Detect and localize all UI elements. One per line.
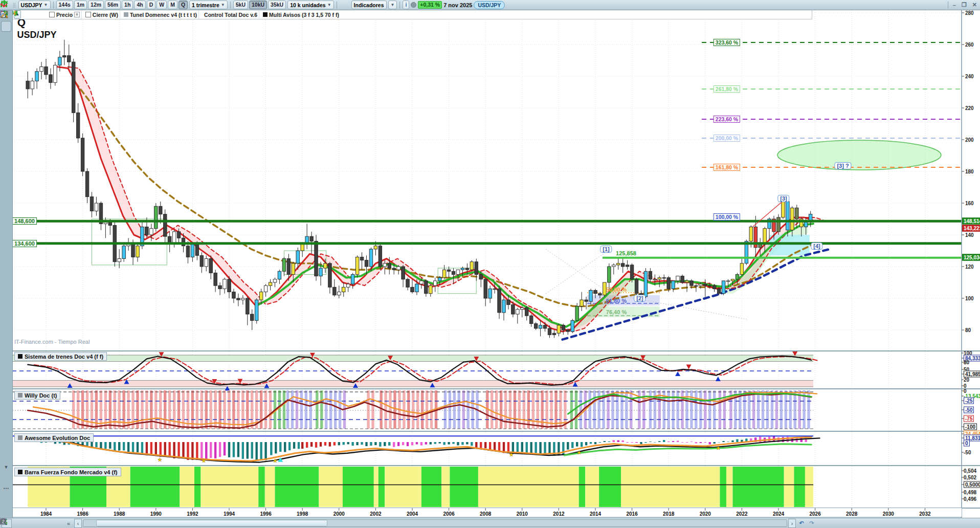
share-icon[interactable] [13, 519, 22, 527]
ellipse-darkgreen-tool[interactable] [1, 225, 11, 236]
tf-W[interactable]: W [157, 1, 167, 9]
legend-precio[interactable]: Precio≡ [48, 11, 82, 19]
tf-1m[interactable]: 1m [74, 1, 87, 9]
export-icon[interactable] [54, 519, 63, 527]
numbers-tool[interactable]: 2 5+4 [1, 386, 11, 397]
indicators-caret-button[interactable]: ▼ [388, 1, 397, 9]
tf-Q[interactable]: Q [179, 1, 188, 9]
columns-icon[interactable] [858, 519, 867, 527]
scrollbar-thumb[interactable] [96, 520, 327, 526]
svg-text:★: ★ [716, 445, 721, 451]
sync-icon[interactable] [935, 0, 945, 10]
fibonacci-levels-tool[interactable]: F [1, 85, 11, 96]
zoom-tool[interactable] [1, 32, 11, 42]
check-icon[interactable] [1, 408, 11, 419]
table-icon[interactable] [43, 519, 53, 527]
svg-text:★: ★ [273, 458, 278, 464]
legend-multi[interactable]: Multi Avisos (3 f 3 1,5 70 f f) [261, 11, 341, 19]
hline-brightgreen-tool[interactable] [1, 300, 11, 311]
zoom-out-icon[interactable] [838, 519, 847, 527]
hline-blue-thick-tool[interactable] [1, 343, 11, 354]
info-button[interactable]: i [403, 1, 409, 9]
tf-D[interactable]: D [147, 1, 156, 9]
vline-tool[interactable] [1, 354, 11, 365]
cross-icon[interactable] [1, 429, 11, 440]
undo-icon[interactable]: ↶ [797, 519, 806, 527]
zoom-box-tool[interactable] [1, 42, 11, 53]
hline-red-tool[interactable] [1, 171, 11, 182]
warning-icon[interactable]: ! [1, 440, 11, 451]
unit-35kU[interactable]: 35kU [268, 1, 286, 9]
channel-tool[interactable] [1, 193, 11, 204]
tf-12m[interactable]: 12m [88, 1, 104, 9]
circle-plus-tool[interactable] [1, 376, 11, 386]
ellipse-red-tool[interactable] [1, 204, 11, 214]
symbol-dropdown[interactable]: USDJPY▼ [18, 1, 51, 9]
ab-tool[interactable]: a+bc+ [1, 397, 11, 408]
hline-black-tool[interactable] [1, 279, 11, 290]
up-arrow-icon[interactable] [35, 9, 46, 20]
redo-icon[interactable]: ↷ [807, 519, 816, 527]
chart-scrollbar[interactable] [83, 519, 787, 527]
chart-canvas[interactable]: ★★★★★★ [0, 0, 980, 528]
list-icon[interactable]: ≡ [74, 12, 80, 17]
segment-tool[interactable] [1, 150, 11, 161]
arrow-up-icon[interactable] [1, 451, 11, 461]
tf-M[interactable]: M [168, 1, 177, 9]
hline-red2-tool[interactable] [1, 322, 11, 333]
rectangle-red-tool[interactable] [1, 107, 11, 118]
cierre-checkbox[interactable] [85, 12, 91, 17]
document-icon[interactable] [33, 519, 42, 527]
tf-1h[interactable]: 1h [122, 1, 133, 9]
chart-settings-icon[interactable] [817, 519, 827, 527]
close-button[interactable]: ✕ [970, 2, 979, 8]
indicators-dropdown[interactable]: Indicadores [351, 1, 387, 9]
collapse-left-icon[interactable]: « [64, 519, 73, 527]
tf-56m[interactable]: 56m [105, 1, 121, 9]
hline-green-tool[interactable] [1, 161, 11, 171]
legend-tunel[interactable]: Tunel Domenec v4 (t t t t t) [122, 11, 199, 19]
ellipse-brown-tool[interactable] [1, 214, 11, 225]
stamp-doc-icon[interactable]: 1 [1, 472, 11, 483]
ellipse-green-tool[interactable] [1, 236, 11, 247]
hline-lightblue-tool[interactable] [1, 333, 11, 343]
fibonacci-tool[interactable]: F [1, 75, 11, 85]
legend-cierre[interactable]: Cierre (W) [84, 11, 120, 19]
text-tool[interactable]: T [1, 128, 11, 139]
line-red-tool[interactable] [1, 268, 11, 279]
period-dropdown[interactable]: 1 trimestre▼ [189, 1, 228, 9]
precio-checkbox[interactable] [49, 12, 55, 17]
scroll-left-button[interactable]: ‹ [74, 519, 82, 528]
hline-pink-tool[interactable] [1, 290, 11, 300]
unit-10kU[interactable]: 10kU [249, 1, 267, 9]
draw-icon[interactable] [1, 494, 11, 504]
pointer-tool[interactable] [1, 21, 11, 32]
rectangle-blue-tool[interactable] [1, 96, 11, 107]
units-dropdown[interactable]: 10 k unidades▼ [287, 1, 333, 9]
legend-control[interactable]: Control Total Doc v.6 [201, 11, 259, 19]
alarm-pointer-tool[interactable] [1, 53, 11, 64]
down-arrow-icon[interactable] [23, 9, 33, 20]
angle-tool[interactable]: º [1, 365, 11, 376]
unit-5kU[interactable]: 5kU [233, 1, 248, 9]
tf-144s[interactable]: 144s [56, 1, 73, 9]
zoom-fit-icon[interactable] [828, 519, 837, 527]
note-tool[interactable]: T [1, 139, 11, 150]
zoom-in-icon[interactable] [848, 519, 857, 527]
drag-grip-icon[interactable]: ⣿ [13, 3, 17, 8]
minimize-button[interactable]: – [951, 2, 958, 8]
more-dots-icon[interactable]: ⋯ [1, 483, 11, 494]
arrow-tool[interactable] [1, 118, 11, 128]
collapse-down-icon[interactable]: ▼ [1, 461, 11, 472]
line-green-tool[interactable] [1, 257, 11, 268]
thumbs-up-icon[interactable] [1, 419, 11, 429]
tf-4h[interactable]: 4h [134, 1, 145, 9]
comment-icon[interactable] [23, 519, 32, 527]
hline-darkgreen-tool[interactable] [1, 311, 11, 322]
restore-button[interactable]: ❐ [960, 2, 969, 8]
pair-tab[interactable]: USD/JPY [474, 1, 505, 9]
line-black-tool[interactable] [1, 247, 11, 257]
alarm-tool[interactable] [1, 64, 11, 75]
ruler-tool[interactable] [1, 182, 11, 193]
scroll-right-button[interactable]: › [788, 519, 796, 528]
